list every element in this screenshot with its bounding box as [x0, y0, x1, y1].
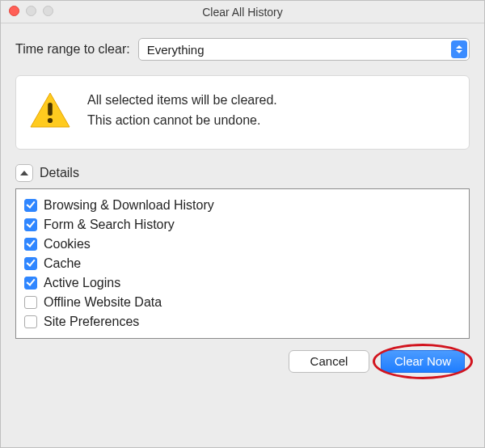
details-item[interactable]: Offline Website Data — [23, 293, 462, 312]
time-range-row: Time range to clear: Everything — [15, 38, 470, 61]
details-item[interactable]: Browsing & Download History — [23, 196, 462, 215]
clear-now-button[interactable]: Clear Now — [381, 350, 465, 373]
checkbox[interactable] — [24, 238, 37, 251]
details-label: Details — [40, 166, 79, 180]
time-range-label: Time range to clear: — [15, 42, 130, 57]
warning-panel: All selected items will be cleared. This… — [15, 75, 470, 150]
details-item[interactable]: Site Preferences — [23, 312, 462, 332]
details-header: Details — [15, 164, 470, 182]
details-item-label: Cookies — [44, 237, 91, 251]
details-item-label: Offline Website Data — [44, 295, 162, 310]
dialog-buttons: Cancel Clear Now — [15, 350, 470, 373]
dialog-window: Clear All History Time range to clear: E… — [0, 0, 485, 448]
clear-now-button-label: Clear Now — [394, 354, 451, 368]
select-stepper-icon — [451, 40, 467, 58]
details-item-label: Active Logins — [44, 276, 120, 290]
titlebar: Clear All History — [1, 1, 484, 23]
svg-point-2 — [48, 118, 53, 123]
details-item-label: Site Preferences — [44, 315, 139, 329]
chevron-up-icon — [20, 171, 28, 175]
dialog-content: Time range to clear: Everything All sele… — [1, 23, 484, 384]
checkbox[interactable] — [24, 296, 37, 309]
time-range-value: Everything — [147, 43, 205, 57]
checkbox[interactable] — [24, 315, 37, 328]
cancel-button-label: Cancel — [310, 354, 348, 368]
zoom-window-button — [43, 6, 53, 16]
details-item-label: Browsing & Download History — [44, 198, 214, 213]
warning-text: All selected items will be cleared. This… — [87, 91, 277, 131]
checkbox[interactable] — [24, 218, 37, 231]
warning-line-2: This action cannot be undone. — [87, 111, 277, 131]
details-toggle[interactable] — [15, 164, 33, 182]
checkbox[interactable] — [24, 199, 37, 212]
window-controls — [9, 6, 53, 16]
details-item[interactable]: Form & Search History — [23, 215, 462, 235]
time-range-select[interactable]: Everything — [138, 38, 470, 61]
checkbox[interactable] — [24, 277, 37, 290]
details-item[interactable]: Cookies — [23, 235, 462, 254]
window-title: Clear All History — [202, 6, 283, 19]
minimize-window-button — [26, 6, 36, 16]
details-list: Browsing & Download HistoryForm & Search… — [15, 188, 470, 339]
details-item-label: Form & Search History — [44, 218, 175, 232]
close-window-button[interactable] — [9, 6, 19, 16]
details-item[interactable]: Cache — [23, 254, 462, 273]
details-item-label: Cache — [44, 256, 81, 271]
cancel-button[interactable]: Cancel — [289, 350, 369, 373]
details-item[interactable]: Active Logins — [23, 273, 462, 293]
checkbox[interactable] — [24, 257, 37, 270]
warning-line-1: All selected items will be cleared. — [87, 91, 277, 111]
warning-icon — [29, 91, 71, 130]
svg-rect-1 — [48, 103, 53, 116]
